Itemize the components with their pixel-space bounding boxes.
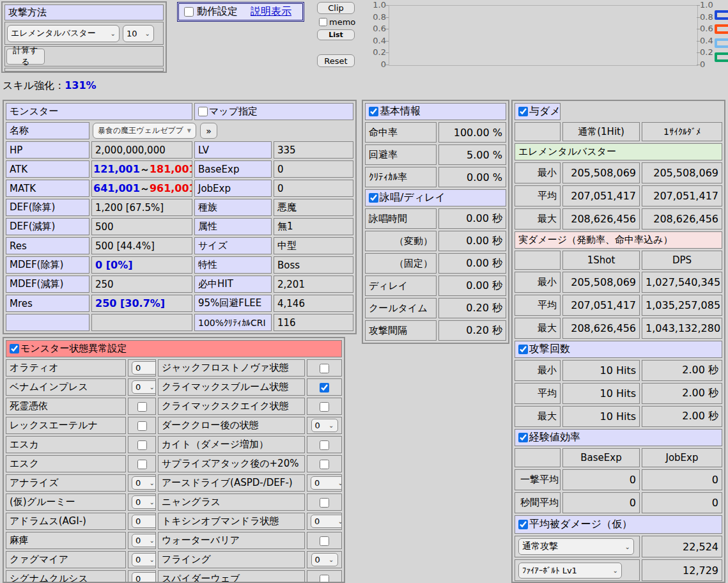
esca-checkbox[interactable] xyxy=(137,440,147,450)
toxin-mandra-select[interactable]: 0⌄ xyxy=(311,515,342,528)
skill-enhance-value: 131% xyxy=(65,79,96,91)
hit-label: 必中HIT xyxy=(194,276,272,293)
possession-checkbox[interactable] xyxy=(137,402,147,412)
hits-min-count: 10 Hits xyxy=(562,360,640,381)
quagmire-select[interactable]: 0⌄ xyxy=(132,553,156,566)
flee-value: 4,146 xyxy=(274,295,353,312)
dmg-min-1hit: 205,508,069 xyxy=(562,162,640,183)
status-label: ニャングラス xyxy=(158,494,305,511)
delay-value: 0.00 秒 xyxy=(438,276,506,296)
res-label: Res xyxy=(6,237,89,254)
climax-quake-checkbox[interactable] xyxy=(320,402,329,412)
legend-swatch-2 xyxy=(715,24,728,34)
matk-label: MATK xyxy=(6,180,89,197)
element-value: 無1 xyxy=(274,218,353,235)
paralysis-select[interactable]: 0⌄ xyxy=(132,534,156,547)
damage-checkbox[interactable] xyxy=(518,107,528,116)
attack-method-title: 攻撃方法 xyxy=(4,4,164,20)
adoramus-select[interactable]: 0⌄ xyxy=(132,515,156,528)
y-tick: 1.0 xyxy=(369,0,386,10)
nyangrass-checkbox[interactable] xyxy=(320,498,329,508)
avoid-rate-value: 5.00 % xyxy=(438,144,506,165)
clip-button[interactable]: Clip xyxy=(317,2,355,14)
chevron-down-icon: ⌄ xyxy=(613,567,618,574)
taken-attack-select[interactable]: 通常攻撃 ⌄ xyxy=(518,538,634,555)
water-barrier-checkbox[interactable] xyxy=(320,536,329,546)
attack-panel-strip xyxy=(4,68,164,72)
result-chart: 1.0 0.8 0.6 0.4 0.2 0 1.0 0.8 0.6 0.4 0.… xyxy=(369,0,728,72)
dmg-min-cycle: 205,508,069 xyxy=(642,162,722,183)
cri-value: 116 xyxy=(274,314,353,331)
status-label: サプライズアタック後の+20% xyxy=(158,455,305,472)
attack-level-select[interactable]: 10 ⌄ xyxy=(123,25,154,42)
chevron-down-icon: ⌄ xyxy=(111,30,116,37)
taken-header-cell: 平均被ダメージ（仮） xyxy=(515,515,722,534)
taken-damage-checkbox[interactable] xyxy=(518,520,528,529)
cri-label: 100%ｸﾘﾃｨｶﾙCRI xyxy=(194,314,272,331)
mdef2-value: 250 xyxy=(91,276,192,293)
hits-max-label: 最大 xyxy=(515,406,561,427)
taken-bolt-cell: ﾌｧｲｱｰﾎﾞﾙﾄ Lv1 ⌄ xyxy=(515,559,640,581)
dark-claw-select[interactable]: 0⌄ xyxy=(311,419,338,432)
spider-web-checkbox[interactable] xyxy=(320,575,329,583)
attack-skill-select[interactable]: エレメンタルバスター ⌄ xyxy=(7,25,120,42)
help-link[interactable]: 説明表示 xyxy=(251,5,291,19)
damage-calculator-app: 攻撃方法 エレメンタルバスター ⌄ 10 ⌄ 計算する 動作設定 説明表示 Cl… xyxy=(0,0,728,583)
size-label: サイズ xyxy=(194,237,272,254)
y-tick: 0 xyxy=(369,59,386,70)
dmg-max-label: 最大 xyxy=(515,208,561,229)
jackfrost-checkbox[interactable] xyxy=(320,364,329,373)
monster-expand-button[interactable]: » xyxy=(200,123,217,139)
empty-cell xyxy=(6,314,89,331)
atk-value: 121,001～181,001 xyxy=(91,160,192,178)
esk-checkbox[interactable] xyxy=(137,460,147,469)
chevron-down-icon: ⌄ xyxy=(150,537,155,544)
surprise-attack-checkbox[interactable] xyxy=(320,460,329,469)
reset-button[interactable]: Reset xyxy=(317,54,355,67)
settings-checkbox[interactable] xyxy=(184,7,194,17)
earth-drive-select[interactable]: 0⌄ xyxy=(311,476,342,490)
def2-value: 500 xyxy=(91,218,192,235)
basic-header-label: 基本情報 xyxy=(380,105,421,118)
baseexp-label: BaseExp xyxy=(194,160,272,178)
status-label: アドラムス(AGI-) xyxy=(6,513,126,530)
hits-header-cell: 攻撃回数 xyxy=(515,341,722,358)
damage-panel: 与ダメージ 詳細表示 通常(1Hit) 1ｻｲｸﾙﾀﾞﾒ エレメンタルバスター … xyxy=(511,100,725,583)
real-max-1shot: 208,626,456 xyxy=(562,318,640,339)
avoid-rate-label: 回避率 xyxy=(365,144,437,165)
climax-bloom-checkbox[interactable] xyxy=(320,383,329,393)
chevron-down-icon: ⌄ xyxy=(145,30,150,37)
monster-status-table: モンスター状態異常設定 オラティオ 0⌄ ジャックフロストノヴァ状態 ベナムイン… xyxy=(4,338,344,583)
cast-header-label: 詠唱/ディレイ xyxy=(380,191,445,205)
lex-aeterna-checkbox[interactable] xyxy=(137,421,147,431)
kaite-checkbox[interactable] xyxy=(320,440,329,450)
taken-bolt-select[interactable]: ﾌｧｲｱｰﾎﾞﾙﾄ Lv1 ⌄ xyxy=(518,563,622,579)
signum-crucis-select[interactable]: 0⌄ xyxy=(132,572,156,583)
monster-name-select[interactable]: 暴食の魔王ヴェルゼブブ ▼ xyxy=(93,123,196,139)
real-damage-header: 実ダメージ（発動率、命中率込み） xyxy=(515,231,722,249)
memo-checkbox[interactable] xyxy=(319,18,327,26)
list-button[interactable]: List xyxy=(317,29,355,40)
gloomy-select[interactable]: 0⌄ xyxy=(132,495,156,509)
hits-checkbox[interactable] xyxy=(518,345,528,354)
exp-perhit-label: 一撃平均 xyxy=(515,469,561,490)
flying-select[interactable]: 0⌄ xyxy=(311,553,338,566)
map-label: マップ指定 xyxy=(209,105,258,118)
empty-cell xyxy=(515,251,561,270)
matk-value: 641,001～961,001 xyxy=(91,180,192,197)
calculate-button[interactable]: 計算する xyxy=(6,49,45,65)
analyze-select[interactable]: 0⌄ xyxy=(132,476,156,490)
monster-name-label: 名称 xyxy=(6,122,89,139)
skill-enhance-label: スキル強化： xyxy=(3,79,65,91)
hits-max-time: 2.00 秒 xyxy=(642,406,722,427)
status-header-checkbox[interactable] xyxy=(10,344,19,354)
cast-delay-checkbox[interactable] xyxy=(369,193,378,203)
chevron-down-icon: ⌄ xyxy=(329,422,334,429)
status-label: スパイダーウェブ xyxy=(158,570,305,583)
basic-info-checkbox[interactable] xyxy=(369,107,378,116)
venom-impress-select[interactable]: 0⌄ xyxy=(132,380,156,394)
status-label: ウォーターバリア xyxy=(158,532,305,549)
exp-checkbox[interactable] xyxy=(518,433,528,442)
oratio-select[interactable]: 0⌄ xyxy=(132,361,156,375)
map-checkbox[interactable] xyxy=(198,107,208,116)
